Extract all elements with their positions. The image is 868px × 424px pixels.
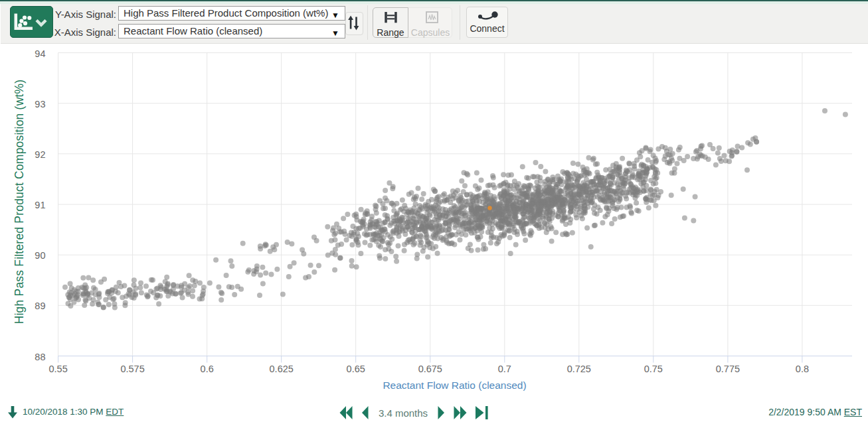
svg-text:90: 90 — [35, 250, 45, 261]
svg-text:Reactant Flow Ratio (cleansed): Reactant Flow Ratio (cleansed) — [383, 380, 526, 391]
svg-text:89: 89 — [35, 301, 45, 311]
svg-text:93: 93 — [35, 99, 45, 109]
svg-text:0.625: 0.625 — [270, 364, 294, 374]
svg-text:88: 88 — [35, 352, 45, 362]
svg-text:High Pass Filtered Product Com: High Pass Filtered Product Composition (… — [13, 80, 26, 324]
svg-text:3.4 months: 3.4 months — [379, 407, 428, 419]
svg-text:94: 94 — [35, 48, 45, 59]
svg-text:0.65: 0.65 — [347, 364, 365, 374]
svg-text:0.6: 0.6 — [201, 364, 214, 374]
svg-text:0.775: 0.775 — [716, 364, 740, 374]
svg-text:0.575: 0.575 — [120, 364, 144, 374]
svg-text:92: 92 — [35, 149, 45, 160]
svg-text:0.725: 0.725 — [567, 364, 591, 374]
svg-text:91: 91 — [35, 200, 45, 210]
svg-text:0.55: 0.55 — [48, 364, 67, 374]
svg-text:0.75: 0.75 — [644, 364, 663, 374]
svg-text:0.675: 0.675 — [418, 364, 442, 374]
svg-text:0.7: 0.7 — [498, 364, 511, 374]
svg-text:0.8: 0.8 — [796, 364, 809, 374]
